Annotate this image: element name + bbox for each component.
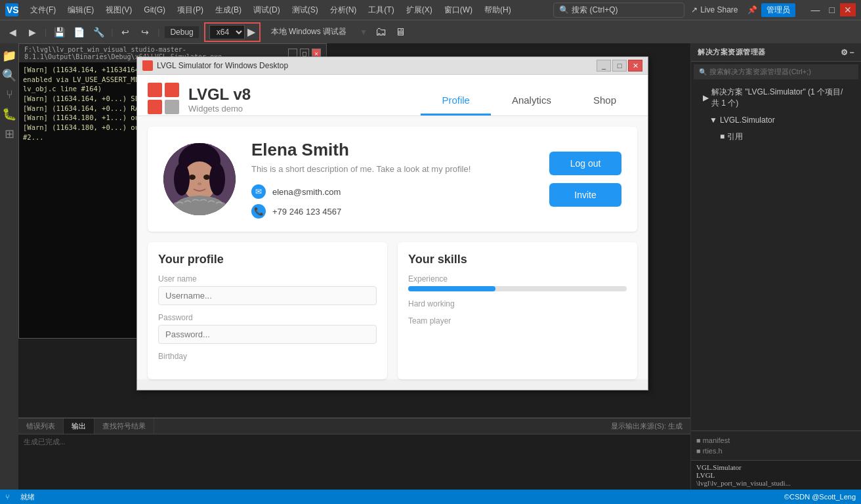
back-btn[interactable]: ◀ (5, 25, 20, 39)
phone-value: +79 246 123 4567 (272, 207, 341, 217)
menu-git[interactable]: Git(G) (138, 3, 171, 17)
svg-rect-2 (142, 60, 146, 64)
project-item[interactable]: ▼ LVGL.Simulator (696, 114, 856, 127)
right-output-line3: \lvgl\lv_port_win_visual_studi... (696, 479, 856, 487)
save-btn[interactable]: 💾 (52, 25, 66, 39)
explorer-icon[interactable]: 📁 (2, 49, 16, 63)
lvgl-close[interactable]: ✕ (628, 60, 642, 72)
menu-analyze[interactable]: 分析(N) (325, 2, 362, 18)
debug-icon[interactable]: 🐛 (2, 107, 16, 121)
menu-window[interactable]: 窗口(W) (439, 2, 478, 18)
email-contact: ✉ elena@smith.com (251, 184, 534, 199)
experience-label: Experience (408, 274, 627, 284)
menu-extensions[interactable]: 扩展(X) (401, 2, 438, 18)
toolbar-icon2[interactable]: 🗂 (375, 25, 387, 39)
lvgl-logo-area: LVGL v8 Widgets demo (148, 83, 421, 116)
git-icon[interactable]: ⑂ (6, 88, 13, 102)
run-button[interactable]: ▶ (247, 26, 255, 38)
search-bar[interactable]: 🔍 搜索 (Ctrl+Q) (553, 3, 684, 18)
logout-button[interactable]: Log out (549, 152, 621, 175)
username-input[interactable] (158, 286, 377, 305)
svg-point-15 (209, 163, 225, 196)
svg-point-16 (189, 175, 196, 180)
tab-analytics[interactable]: Analytics (491, 87, 572, 116)
menu-edit[interactable]: 编辑(E) (62, 2, 99, 18)
menu-tools[interactable]: 工具(T) (363, 2, 399, 18)
redo-btn[interactable]: ↪ (138, 25, 152, 39)
lvgl-maximize[interactable]: □ (612, 60, 627, 72)
tab-find-results[interactable]: 查找符号结果 (94, 419, 154, 434)
invite-button[interactable]: Invite (549, 183, 621, 207)
bottom-output-panel: 错误列表 输出 查找符号结果 显示输出来源(S): 生成 生成已完成... (18, 417, 690, 490)
close-icon[interactable]: ✕ (840, 3, 856, 16)
maximize-icon[interactable]: □ (826, 3, 839, 16)
menu-debug[interactable]: 调试(D) (248, 2, 285, 18)
solution-search-placeholder: 搜索解决方案资源管理器(Ctrl+;) (709, 67, 811, 77)
lvgl-window-title: LVGL Simulator for Windows Desktop (157, 61, 288, 70)
tab-profile[interactable]: Profile (421, 87, 491, 116)
menu-file[interactable]: 文件(F) (25, 2, 61, 18)
undo-btn[interactable]: ↩ (118, 25, 133, 39)
profile-contact: ✉ elena@smith.com 📞 +79 246 123 4567 (251, 184, 534, 219)
status-bar: ⑂ 就绪 ©CSDN @Scott_Leng (0, 490, 861, 504)
debug-label: Debug (165, 26, 198, 38)
menu-help[interactable]: 帮助(H) (479, 2, 516, 18)
output-tabs-bar: 错误列表 输出 查找符号结果 显示输出来源(S): 生成 (18, 419, 690, 434)
password-field: Password (158, 313, 377, 344)
admin-button[interactable]: 管理员 (761, 3, 795, 17)
phone-icon: 📞 (251, 204, 266, 219)
svg-rect-5 (148, 83, 162, 97)
search-sidebar-icon[interactable]: 🔍 (2, 68, 16, 83)
your-profile-title: Your profile (158, 253, 377, 266)
svg-point-18 (198, 182, 201, 185)
lvgl-minimize[interactable]: _ (597, 60, 611, 72)
profile-description: This is a short description of me. Take … (251, 164, 534, 174)
minimize-icon[interactable]: — (807, 3, 824, 16)
phone-contact: 📞 +79 246 123 4567 (251, 204, 534, 219)
tab-shop[interactable]: Shop (572, 87, 637, 116)
menu-view[interactable]: 视图(V) (100, 2, 137, 18)
vs-logo-icon: VS (5, 3, 18, 16)
profile-section: Elena Smith This is a short description … (148, 127, 637, 232)
manifest-item: ■ manifest (696, 436, 856, 444)
lvgl-header: LVGL v8 Widgets demo Profile Analytics S… (137, 75, 648, 116)
svg-point-17 (203, 175, 210, 180)
solution-search-icon[interactable]: 🔍 (699, 68, 707, 75)
solution-search: 🔍 搜索解决方案资源管理器(Ctrl+;) (694, 64, 858, 79)
lvgl-logo-small (142, 60, 153, 71)
tab-error-list[interactable]: 错误列表 (18, 419, 64, 434)
lvgl-title-left: LVGL Simulator for Windows Desktop (142, 60, 288, 71)
svg-rect-20 (173, 202, 226, 215)
x64-config-box: x64 ▶ (204, 22, 261, 42)
solution-root-item[interactable]: ▶ 解决方案 "LVGL.Simulator" (1 个项目/共 1 个) (696, 85, 856, 111)
menu-project[interactable]: 项目(P) (172, 2, 209, 18)
save-all-btn[interactable]: 📄 (72, 25, 86, 39)
copyright-text: ©CSDN @Scott_Leng (784, 493, 856, 501)
lvgl-brand-name: LVGL v8 (188, 85, 251, 104)
collapse-icon[interactable]: − (849, 48, 854, 57)
pin-icon: 📌 (745, 4, 760, 16)
output-source-label: 显示输出来源(S): 生成 (603, 419, 690, 434)
lvgl-simulator-window: LVGL Simulator for Windows Desktop _ □ ✕ (136, 56, 648, 390)
password-label: Password (158, 313, 377, 322)
properties-h-item: ■ rties.h (696, 447, 856, 455)
platform-dropdown[interactable]: x64 (209, 25, 245, 39)
toolbar-icon3[interactable]: 🖥 (395, 26, 406, 38)
menu-build[interactable]: 生成(B) (210, 2, 247, 18)
output-content: 生成已完成... (18, 434, 690, 490)
forward-btn[interactable]: ▶ (25, 25, 39, 39)
your-profile-panel: Your profile User name Password Birthday (148, 242, 387, 379)
email-icon: ✉ (251, 184, 266, 199)
svg-text:VS: VS (7, 5, 18, 15)
live-share-button[interactable]: ↗ Live Share (686, 4, 743, 16)
svg-rect-4 (148, 60, 152, 64)
toolbar-icon1[interactable]: 🔧 (91, 25, 106, 39)
filter-icon[interactable]: ⚙ (841, 48, 849, 57)
password-input[interactable] (158, 325, 377, 344)
extensions-icon[interactable]: ⊞ (5, 127, 14, 141)
hard-working-label: Hard working (408, 299, 627, 308)
tab-output[interactable]: 输出 (64, 419, 94, 434)
ref-item[interactable]: ■ 引用 (696, 129, 856, 144)
menu-test[interactable]: 测试(S) (287, 2, 324, 18)
solution-explorer: 解决方案资源管理器 ⚙ − 🔍 搜索解决方案资源管理器(Ctrl+;) ▶ 解决… (690, 43, 861, 490)
